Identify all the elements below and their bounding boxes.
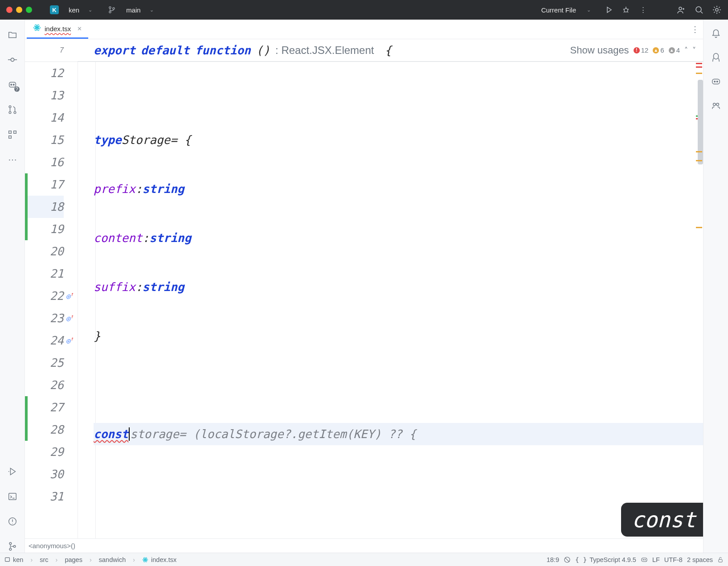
ai-suggestion-icon[interactable]: ◎↑ bbox=[66, 314, 74, 323]
svg-point-22 bbox=[37, 27, 38, 29]
svg-point-2 bbox=[113, 8, 115, 9]
commit-tool-icon[interactable] bbox=[6, 53, 19, 66]
svg-rect-8 bbox=[9, 82, 16, 87]
run-configuration[interactable]: Current File bbox=[541, 6, 576, 14]
project-chevron-icon[interactable]: ⌄ bbox=[88, 7, 92, 13]
pull-requests-tool-icon[interactable] bbox=[6, 103, 19, 116]
sticky-line-number: 7 bbox=[60, 46, 64, 54]
svg-point-29 bbox=[713, 103, 716, 106]
svg-rect-40 bbox=[719, 559, 722, 562]
settings-gear-icon[interactable] bbox=[712, 5, 722, 15]
left-tool-strip: ? ⋯ bbox=[0, 20, 25, 553]
window-traffic-lights bbox=[6, 7, 32, 13]
show-usages-link[interactable]: Show usages bbox=[570, 45, 629, 56]
weak-warnings-badge[interactable]: ▲4 bbox=[669, 46, 680, 54]
line-separator[interactable]: LF bbox=[652, 556, 660, 563]
path-segment[interactable]: sandwich bbox=[99, 556, 126, 563]
file-encoding[interactable]: UTF-8 bbox=[664, 556, 683, 563]
readonly-toggle-icon[interactable] bbox=[564, 556, 571, 563]
run-icon[interactable] bbox=[604, 5, 614, 15]
vcs-tool-icon[interactable] bbox=[6, 540, 19, 553]
svg-point-12 bbox=[9, 111, 11, 114]
zoom-window-icon[interactable] bbox=[26, 7, 32, 13]
svg-rect-15 bbox=[13, 131, 16, 134]
search-icon[interactable] bbox=[694, 5, 704, 15]
readonly-lock-icon[interactable] bbox=[717, 557, 724, 563]
project-name[interactable]: ken bbox=[69, 6, 79, 14]
path-segment[interactable]: pages bbox=[65, 556, 82, 563]
tab-index-tsx[interactable]: index.tsx ✕ bbox=[27, 20, 88, 39]
svg-point-9 bbox=[10, 84, 12, 86]
return-type-hint: : React.JSX.Element bbox=[275, 44, 374, 57]
branch-chevron-icon[interactable]: ⌄ bbox=[150, 7, 154, 13]
path-segment[interactable]: ken bbox=[4, 556, 23, 563]
svg-point-13 bbox=[14, 111, 16, 114]
svg-rect-37 bbox=[642, 558, 647, 562]
copilot-status-icon[interactable] bbox=[641, 556, 648, 563]
svg-rect-26 bbox=[712, 79, 720, 84]
code-editor[interactable]: type Storage = { prefix: string content:… bbox=[78, 62, 703, 538]
code-with-me-icon[interactable] bbox=[711, 101, 721, 112]
ai-suggestion-icon[interactable]: ◎↑ bbox=[66, 292, 74, 300]
text-caret bbox=[129, 427, 130, 441]
more-tools-icon[interactable]: ⋯ bbox=[6, 153, 19, 166]
ai-assistant-icon[interactable] bbox=[711, 53, 721, 64]
svg-rect-31 bbox=[5, 558, 10, 561]
brace-open: { bbox=[384, 44, 392, 57]
svg-point-30 bbox=[716, 103, 719, 106]
ai-suggestion-icon[interactable]: ◎↑ bbox=[66, 336, 74, 345]
editor-gutter[interactable]: 12 13 14 15 16 17 18 19 20 21 22 ◎↑ 23 ◎… bbox=[25, 62, 78, 538]
svg-point-6 bbox=[716, 8, 718, 11]
debug-icon[interactable] bbox=[621, 5, 631, 15]
kw-function: function bbox=[195, 44, 251, 57]
svg-point-19 bbox=[9, 542, 12, 545]
svg-point-10 bbox=[13, 84, 14, 86]
right-tool-strip bbox=[703, 20, 728, 553]
path-segment[interactable]: src bbox=[40, 556, 48, 563]
svg-point-5 bbox=[696, 7, 701, 12]
kw-export: export bbox=[94, 44, 135, 57]
editor-tabbar: index.tsx ✕ ⋮ bbox=[25, 20, 703, 39]
project-badge[interactable]: K bbox=[50, 5, 59, 14]
svg-point-1 bbox=[109, 11, 111, 13]
svg-point-32 bbox=[145, 559, 146, 560]
context-breadcrumb[interactable]: <anonymous>() bbox=[25, 538, 703, 553]
error-stripe[interactable] bbox=[695, 62, 703, 538]
close-window-icon[interactable] bbox=[6, 7, 12, 13]
minimize-window-icon[interactable] bbox=[16, 7, 22, 13]
svg-point-20 bbox=[9, 548, 12, 550]
svg-point-38 bbox=[643, 559, 644, 560]
run-tool-icon[interactable] bbox=[6, 465, 19, 478]
titlebar: K ken ⌄ main ⌄ Current File ⌄ ⋮ bbox=[0, 0, 728, 20]
caret-position[interactable]: 18:9 bbox=[547, 556, 559, 563]
prev-highlight-icon[interactable]: ˄ bbox=[684, 46, 688, 54]
svg-point-11 bbox=[9, 106, 11, 108]
next-highlight-icon[interactable]: ˅ bbox=[692, 46, 696, 54]
copilot-icon[interactable] bbox=[711, 77, 721, 88]
structure-tool-icon[interactable] bbox=[6, 128, 19, 141]
parens: () bbox=[256, 44, 270, 57]
vcs-branch-icon[interactable] bbox=[108, 6, 115, 13]
terminal-tool-icon[interactable] bbox=[6, 490, 19, 503]
svg-point-7 bbox=[11, 58, 14, 61]
indent-status[interactable]: 2 spaces bbox=[687, 556, 713, 563]
notifications-icon[interactable] bbox=[711, 29, 721, 40]
svg-point-4 bbox=[679, 7, 682, 10]
editor-more-icon[interactable]: ⋮ bbox=[687, 20, 703, 39]
language-status[interactable]: { }TypeScript 4.9.5 bbox=[575, 556, 636, 563]
inline-completion-tooltip: const bbox=[621, 503, 703, 537]
add-user-icon[interactable] bbox=[676, 5, 686, 15]
run-config-chevron-icon[interactable]: ⌄ bbox=[587, 7, 591, 13]
warnings-badge[interactable]: ▲6 bbox=[653, 46, 664, 54]
path-segment[interactable]: index.tsx bbox=[142, 556, 176, 563]
vcs-branch-name[interactable]: main bbox=[126, 6, 141, 14]
project-tool-icon[interactable] bbox=[6, 29, 19, 41]
copilot-tool-icon[interactable]: ? bbox=[6, 78, 19, 91]
problems-tool-icon[interactable] bbox=[6, 515, 19, 528]
svg-rect-17 bbox=[8, 493, 16, 500]
tab-label: index.tsx bbox=[45, 25, 71, 33]
more-vertical-icon[interactable]: ⋮ bbox=[638, 5, 648, 15]
svg-point-3 bbox=[624, 8, 628, 12]
close-tab-icon[interactable]: ✕ bbox=[77, 25, 82, 32]
errors-badge[interactable]: !12 bbox=[634, 46, 649, 54]
